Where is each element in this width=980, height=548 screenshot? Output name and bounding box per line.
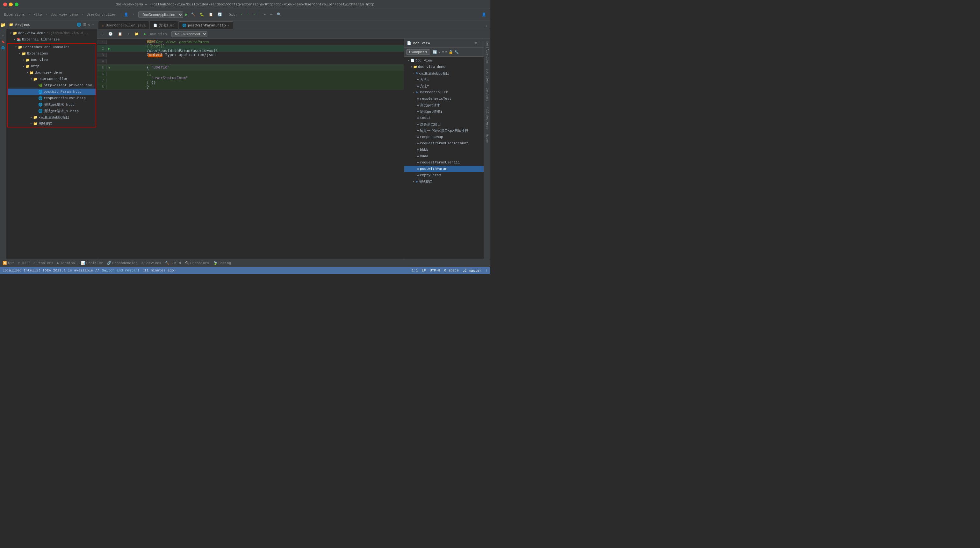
status-upload-icon[interactable]: ↑ bbox=[485, 269, 487, 273]
doc-tree-test-get-1[interactable]: ◈ 测试get请求1 bbox=[404, 108, 484, 115]
doc-tree-test-iface-p[interactable]: ◈ 这是一个测试接口<p>测试换行 bbox=[404, 127, 484, 134]
http-move-icon[interactable]: ↗ bbox=[126, 31, 131, 37]
tree-item-doc-view[interactable]: ▸ 📁 Doc View bbox=[8, 57, 95, 63]
todo-bottom-item[interactable]: ☑ TODO bbox=[18, 261, 30, 265]
collapse-root[interactable]: ▾ bbox=[9, 31, 13, 35]
collapse-extensions[interactable]: ▾ bbox=[18, 52, 22, 56]
tab-user-controller[interactable]: ☕ UserController.java bbox=[99, 21, 149, 29]
http-add-icon[interactable]: + bbox=[100, 32, 105, 37]
bookmarks-icon[interactable]: 🔖 bbox=[1, 40, 5, 44]
doc-tree-method1[interactable]: ◈ 方法1 bbox=[404, 76, 484, 83]
terminal-bottom-item[interactable]: ▶ Terminal bbox=[57, 261, 77, 265]
collapse-http[interactable]: ▾ bbox=[22, 64, 25, 68]
reload-icon[interactable]: 🔄 bbox=[216, 12, 223, 17]
build-icon[interactable]: 🔨 bbox=[189, 12, 197, 17]
panel-list-icon[interactable]: ☰ bbox=[83, 22, 86, 27]
doc-tree-user-ctrl[interactable]: ▾ ⊙ UserController bbox=[404, 89, 484, 96]
doc-collapse-test[interactable]: ▸ bbox=[412, 180, 416, 183]
build-bottom-item[interactable]: 🔨 Build bbox=[165, 261, 181, 265]
back-icon[interactable]: ← bbox=[132, 12, 136, 17]
doc-tree-resp-map[interactable]: ◈ responseMap bbox=[404, 134, 484, 140]
doc-align2-icon[interactable]: ≡ bbox=[445, 50, 448, 54]
tab-method1[interactable]: 📄 方法1.md bbox=[150, 21, 178, 29]
doc-tree-req-param-111[interactable]: ◈ requestParamUser111 bbox=[404, 159, 484, 166]
doc-collapse-root[interactable]: ▾ bbox=[407, 59, 410, 62]
panel-minus-icon[interactable]: − bbox=[92, 23, 94, 27]
editor-main[interactable]: 1 ### Doc View: postWithParam 2 ▶ POST {… bbox=[97, 39, 404, 259]
pull-requests-label[interactable]: Pull Requests bbox=[485, 105, 489, 130]
examples-button[interactable]: Examples ▾ bbox=[406, 49, 430, 55]
run-button[interactable]: ▶ bbox=[185, 12, 188, 17]
http-clock-icon[interactable]: 🕐 bbox=[107, 31, 114, 37]
collapse-test-interface[interactable]: ▸ bbox=[29, 122, 33, 126]
tab-menu-icon[interactable]: ⋮ bbox=[485, 25, 488, 29]
tree-item-root[interactable]: ▾ 📁 doc-view-demo ~/github/doc-view-d... bbox=[6, 30, 97, 36]
collapse-xml-dubbo[interactable]: ▸ bbox=[29, 115, 33, 119]
collapse-ext-libs[interactable]: ▸ bbox=[13, 38, 17, 41]
tree-item-test-get-1[interactable]: 🌐 测试get请求_1.http bbox=[8, 108, 95, 114]
breadcrumb-extensions[interactable]: Extensions bbox=[3, 12, 26, 17]
tree-item-env-file[interactable]: 🌿 http-client.private.env. bbox=[8, 82, 95, 89]
tree-item-resp-generic[interactable]: 🌐 respGenericTest.http bbox=[8, 95, 95, 101]
search-icon[interactable]: 🔍 bbox=[275, 12, 283, 17]
breadcrumb-demo[interactable]: doc-view-demo bbox=[49, 12, 80, 17]
close-button[interactable] bbox=[3, 3, 7, 6]
collapse-demo-sub[interactable]: ▾ bbox=[25, 71, 29, 75]
editor-scrollbar[interactable] bbox=[404, 39, 404, 259]
breadcrumb-http[interactable]: Http bbox=[32, 12, 43, 17]
tree-item-extensions[interactable]: ▾ 📁 Extensions bbox=[8, 50, 95, 57]
doc-wrench-icon[interactable]: 🔧 bbox=[454, 50, 459, 54]
redo-icon[interactable]: ↪ bbox=[269, 12, 274, 17]
maximize-button[interactable] bbox=[15, 3, 19, 6]
http-copy-icon[interactable]: 📋 bbox=[117, 31, 124, 37]
line-arrow-2[interactable]: ▶ bbox=[107, 47, 112, 50]
structure-icon[interactable]: ≡ bbox=[2, 34, 4, 38]
web-icon[interactable]: 🌐 bbox=[1, 46, 5, 50]
problems-bottom-item[interactable]: ⚠ Problems bbox=[33, 261, 53, 265]
doc-tree-test3[interactable]: ◈ test3 bbox=[404, 115, 484, 121]
status-branch[interactable]: ⎇ master bbox=[463, 269, 481, 273]
doc-tree-test-get[interactable]: ◈ 测试get请求 bbox=[404, 102, 484, 108]
doc-export-icon[interactable]: ↗ bbox=[438, 50, 441, 54]
spring-bottom-item[interactable]: 🍃 Spring bbox=[213, 261, 231, 265]
app-dropdown[interactable]: DocDemoApplication bbox=[138, 11, 183, 18]
doc-tree-demo[interactable]: ▾ 📁 doc-view-demo bbox=[404, 64, 484, 70]
doc-tree-method2[interactable]: ◈ 方法2 bbox=[404, 83, 484, 89]
line-arrow-5[interactable]: ▼ bbox=[107, 66, 112, 70]
git-check3-icon[interactable]: ✓ bbox=[252, 12, 257, 17]
doc-lock-icon[interactable]: 🔒 bbox=[449, 50, 453, 54]
status-indent[interactable]: 0 space bbox=[444, 269, 459, 273]
minimize-button[interactable] bbox=[9, 3, 13, 6]
doc-tree-req-param-account[interactable]: ◈ requestParamUserAccount bbox=[404, 140, 484, 147]
git-bottom-item[interactable]: 🔀 Git bbox=[3, 261, 14, 265]
tree-item-ext-libs[interactable]: ▸ 📚 External Libraries bbox=[6, 36, 97, 43]
tab-post-with-param[interactable]: 🌐 postWithParam.http ✕ bbox=[179, 21, 233, 29]
doc-collapse-demo[interactable]: ▾ bbox=[409, 65, 413, 69]
doc-tree-xml-dubbo[interactable]: ▾ ⊙ xml配置dubbo接口 bbox=[404, 70, 484, 76]
doc-refresh-icon[interactable]: 🔄 bbox=[433, 50, 437, 54]
doc-tree-bbbb[interactable]: ◈ bbbb bbox=[404, 147, 484, 153]
doc-tree-test-interface-bottom[interactable]: ▸ ⊙ 测试接口 bbox=[404, 178, 484, 185]
status-encoding[interactable]: UTF-8 bbox=[430, 269, 440, 273]
panel-globe-icon[interactable]: 🌐 bbox=[77, 22, 81, 27]
tree-item-demo-sub[interactable]: ▾ 📁 doc-view-demo bbox=[8, 70, 95, 76]
debug-icon[interactable]: 🐛 bbox=[199, 12, 205, 17]
doc-collapse-ctrl[interactable]: ▾ bbox=[412, 91, 416, 94]
collapse-scratches[interactable]: ▾ bbox=[14, 45, 18, 49]
doc-view-strip-label[interactable]: Doc View bbox=[485, 67, 489, 84]
breadcrumb-controller[interactable]: UserController bbox=[85, 12, 117, 17]
http-run-icon[interactable]: ▶ bbox=[143, 31, 148, 37]
doc-tree-xaaa[interactable]: ◈ xaaa bbox=[404, 153, 484, 159]
tree-item-xml-dubbo[interactable]: ▸ 📁 xml配置dubbo接口 bbox=[8, 114, 95, 120]
collapse-doc-view[interactable]: ▸ bbox=[22, 58, 25, 62]
git-check2-icon[interactable]: ✓ bbox=[246, 12, 250, 17]
status-lf[interactable]: LF bbox=[422, 269, 426, 273]
tree-item-test-get[interactable]: 🌐 测试get请求.http bbox=[8, 101, 95, 108]
doc-settings-icon[interactable]: ⚙ bbox=[475, 41, 477, 45]
undo-icon[interactable]: ↩ bbox=[262, 12, 267, 17]
profile-icon[interactable]: 👤 bbox=[123, 12, 130, 17]
doc-tree-post-with-param[interactable]: ◈ postWithParam bbox=[404, 166, 484, 172]
profiler-bottom-item[interactable]: 📊 Profiler bbox=[81, 261, 103, 265]
status-link[interactable]: Switch and restart bbox=[102, 269, 140, 272]
maven-label[interactable]: Maven bbox=[485, 133, 489, 144]
